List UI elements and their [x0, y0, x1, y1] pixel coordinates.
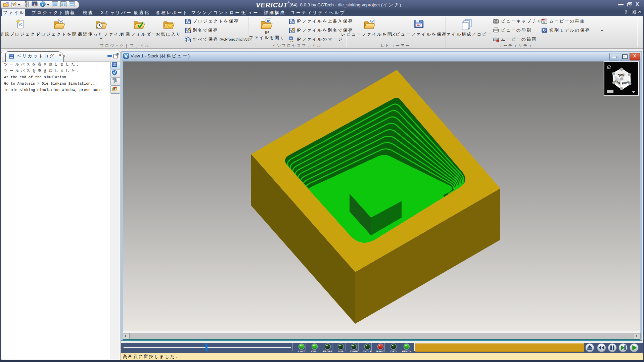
svg-text:LOG: LOG [113, 63, 117, 65]
svg-text:IP: IP [290, 37, 292, 40]
svg-text:LOG: LOG [10, 54, 13, 56]
svg-text:VC: VC [6, 2, 9, 4]
svg-text:RV: RV [370, 20, 374, 23]
svg-text:IP: IP [267, 19, 270, 22]
svg-text:RV: RV [417, 24, 420, 27]
svg-text:AVI: AVI [544, 19, 546, 21]
svg-text:VC: VC [19, 23, 23, 26]
svg-text:IP: IP [291, 21, 293, 24]
svg-text:VC: VC [187, 21, 189, 24]
svg-text:VC: VC [59, 20, 63, 23]
svg-text:VC: VC [188, 40, 190, 42]
